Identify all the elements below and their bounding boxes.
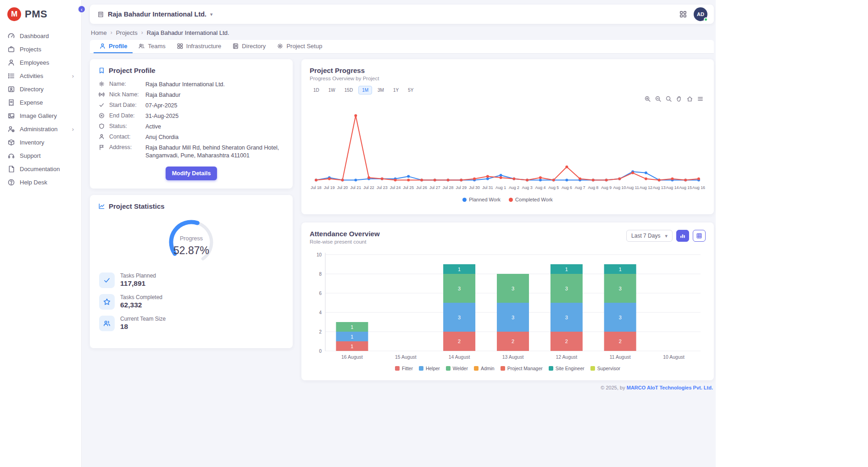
- flag-icon: [98, 144, 105, 150]
- sidebar-item-dashboard[interactable]: Dashboard: [3, 29, 78, 43]
- tab-profile[interactable]: Profile: [94, 40, 133, 53]
- svg-text:3: 3: [458, 286, 461, 291]
- breadcrumb-current: Raja Bahadur International Ltd.: [147, 29, 229, 36]
- sidebar-item-employees[interactable]: Employees: [3, 56, 78, 69]
- sidebar-item-documentation[interactable]: Documentation: [3, 162, 78, 176]
- range-3m[interactable]: 3M: [374, 86, 388, 95]
- chevron-right-icon: ›: [72, 126, 74, 133]
- tab-label: Infrastructure: [186, 43, 222, 50]
- sidebar-item-activities[interactable]: Activities ›: [3, 69, 78, 83]
- chevron-down-icon: ▾: [210, 11, 213, 17]
- project-statistics-card: Project Statistics Progress52.87% Tasks …: [90, 195, 293, 348]
- range-selector: 1D 1W 15D 1M 3M 1Y 5Y: [310, 86, 706, 95]
- svg-text:1: 1: [351, 324, 353, 330]
- apps-grid-icon[interactable]: [679, 10, 687, 18]
- svg-text:2: 2: [319, 329, 322, 334]
- page: M PMS Dashboard Projects Employees Activ…: [0, 0, 868, 467]
- check-icon: [98, 101, 105, 108]
- legend-item[interactable]: Project Manager: [501, 366, 543, 371]
- progress-line-chart[interactable]: Jul 18Jul 19Jul 20Jul 21Jul 22Jul 23Jul …: [310, 105, 706, 196]
- svg-text:1: 1: [619, 267, 622, 272]
- headset-icon: [7, 152, 15, 160]
- range-15d[interactable]: 15D: [341, 86, 356, 95]
- svg-text:6: 6: [319, 291, 322, 296]
- menu-icon[interactable]: [697, 95, 704, 104]
- app-logo[interactable]: M PMS: [0, 0, 81, 28]
- document-icon: [7, 165, 15, 173]
- sidebar-item-directory[interactable]: Directory: [3, 83, 78, 96]
- sidebar-item-expense[interactable]: Expense: [3, 96, 78, 109]
- date-range-select[interactable]: Last 7 Days ▾: [626, 230, 673, 242]
- sidebar-item-projects[interactable]: Projects: [3, 43, 78, 56]
- zoom-out-icon[interactable]: [655, 95, 662, 104]
- company-link[interactable]: MARCO AIoT Technologies Pvt. Ltd.: [627, 385, 713, 390]
- question-circle-icon: [7, 178, 15, 186]
- receipt-icon: [7, 99, 15, 106]
- selection-zoom-icon[interactable]: [665, 95, 672, 104]
- profile-field-name: Name: Raja Bahadur International Ltd.: [98, 80, 284, 90]
- modify-details-button[interactable]: Modify Details: [166, 167, 217, 180]
- tab-directory[interactable]: Directory: [227, 40, 271, 53]
- svg-text:Jul 30: Jul 30: [469, 185, 480, 190]
- stat-value: 18: [120, 322, 166, 331]
- range-1w[interactable]: 1W: [325, 86, 339, 95]
- legend-item[interactable]: Completed Work: [509, 197, 553, 202]
- legend-item[interactable]: Welder: [446, 366, 468, 371]
- tab-infrastructure[interactable]: Infrastructure: [171, 40, 227, 53]
- field-value: Raja Bahadur Mill Rd, behind Sheraton Gr…: [145, 144, 284, 160]
- svg-text:Aug 5: Aug 5: [548, 185, 559, 190]
- contact-book-icon: [232, 43, 239, 50]
- pan-hand-icon[interactable]: [676, 95, 683, 104]
- person-icon: [7, 59, 15, 67]
- svg-text:2: 2: [458, 339, 461, 344]
- svg-text:Jul 24: Jul 24: [390, 185, 401, 190]
- sidebar-nav: Dashboard Projects Employees Activities …: [0, 28, 81, 191]
- stat-team-size: Current Team Size 18: [99, 316, 284, 331]
- table-view-toggle[interactable]: [693, 230, 706, 242]
- attendance-bar-chart[interactable]: 024681011116 August15 August233114 Augus…: [310, 251, 706, 363]
- sidebar-collapse-button[interactable]: ‹: [78, 5, 86, 13]
- line-chart-legend: Planned WorkCompleted Work: [310, 197, 706, 202]
- field-label: Address:: [109, 144, 141, 150]
- stat-value: 117,891: [120, 279, 156, 288]
- tab-label: Project Setup: [286, 43, 322, 50]
- breadcrumb-home[interactable]: Home: [91, 29, 107, 36]
- legend-item[interactable]: Helper: [419, 366, 440, 371]
- legend-item[interactable]: Admin: [474, 366, 495, 371]
- sidebar-item-support[interactable]: Support: [3, 149, 78, 162]
- zoom-in-icon[interactable]: [644, 95, 651, 104]
- sidebar-item-administration[interactable]: Administration ›: [3, 122, 78, 136]
- tab-teams[interactable]: Teams: [133, 40, 171, 53]
- legend-item[interactable]: Planned Work: [462, 197, 501, 202]
- progress-gauge: Progress52.87%: [164, 216, 219, 269]
- legend-item[interactable]: Supervisor: [590, 366, 620, 371]
- legend-item[interactable]: Fitter: [395, 366, 413, 371]
- tab-label: Teams: [148, 43, 165, 50]
- svg-text:Jul 26: Jul 26: [416, 185, 427, 190]
- breadcrumb-projects[interactable]: Projects: [116, 29, 138, 36]
- bar-view-toggle[interactable]: [676, 230, 689, 242]
- tab-project-setup[interactable]: Project Setup: [271, 40, 328, 53]
- sidebar-item-image-gallery[interactable]: Image Gallery: [3, 109, 78, 122]
- home-reset-icon[interactable]: [686, 95, 693, 104]
- svg-text:2: 2: [512, 339, 514, 344]
- sidebar-item-label: Help Desk: [20, 179, 74, 186]
- range-1d[interactable]: 1D: [310, 86, 323, 95]
- svg-text:Aug 6: Aug 6: [562, 185, 572, 190]
- svg-text:Aug 7: Aug 7: [575, 185, 585, 190]
- stat-label: Current Team Size: [120, 316, 166, 322]
- bookmark-icon: [98, 67, 105, 74]
- sidebar-item-inventory[interactable]: Inventory: [3, 136, 78, 149]
- range-5y[interactable]: 5Y: [404, 86, 417, 95]
- user-avatar[interactable]: AD: [694, 7, 707, 21]
- range-1m[interactable]: 1M: [358, 86, 372, 95]
- star-icon: [99, 294, 115, 310]
- svg-text:1: 1: [565, 267, 568, 272]
- sidebar-item-help-desk[interactable]: Help Desk: [3, 176, 78, 189]
- svg-text:Jul 18: Jul 18: [311, 185, 322, 190]
- company-selector[interactable]: Raja Bahadur International Ltd. ▾: [97, 11, 213, 18]
- main-area: ‹ Raja Bahadur International Ltd. ▾ AD: [82, 0, 716, 467]
- sidebar: M PMS Dashboard Projects Employees Activ…: [0, 0, 82, 467]
- range-1y[interactable]: 1Y: [389, 86, 402, 95]
- legend-item[interactable]: Site Engineer: [549, 366, 584, 371]
